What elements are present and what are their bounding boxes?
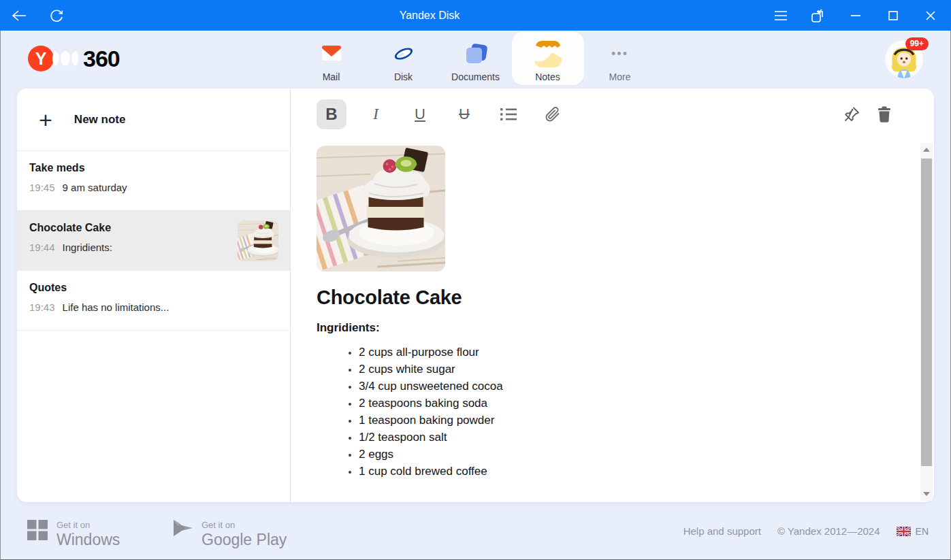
tab-notes[interactable]: Notes (512, 32, 584, 85)
get-on-google-play-link[interactable]: Get it on Google Play (172, 520, 287, 549)
note-subtitle: Ingridients: (317, 321, 934, 335)
plus-icon: + (39, 110, 52, 130)
scrollbar-thumb[interactable] (921, 159, 932, 466)
paperclip-icon (545, 106, 561, 122)
svg-text:Y: Y (35, 49, 47, 68)
google-play-label: Google Play (202, 531, 287, 549)
windows-icon (27, 520, 48, 540)
back-button[interactable] (4, 0, 34, 31)
menu-button[interactable] (762, 0, 799, 31)
main-panel: + New note Take meds 19:45 9 am saturday… (17, 88, 934, 502)
bullet-list-icon (500, 108, 517, 121)
note-title: Chocolate Cake (317, 286, 934, 309)
google-play-icon (172, 520, 193, 542)
copyright-text: © Yandex 2012—2024 (777, 525, 880, 537)
windows-label: Windows (57, 531, 120, 549)
close-button[interactable] (912, 0, 949, 31)
note-item-preview: Ingridients: (63, 242, 112, 253)
more-icon: ••• (605, 39, 635, 69)
notification-badge: 99+ (905, 37, 929, 50)
maximize-button[interactable] (874, 0, 912, 31)
note-thumbnail (238, 220, 278, 261)
tab-documents[interactable]: Documents (440, 32, 512, 85)
titlebar: Yandex Disk (0, 0, 951, 31)
mail-icon (317, 39, 346, 69)
language-label: EN (916, 526, 929, 537)
user-avatar[interactable]: 99+ (885, 40, 923, 78)
bold-button[interactable]: B (317, 99, 346, 129)
bullet-list-button[interactable] (494, 99, 523, 129)
tab-notes-label: Notes (535, 71, 560, 82)
tab-disk[interactable]: Disk (368, 32, 440, 85)
ingredient-item: 1 teaspoon baking powder (359, 412, 934, 429)
get-it-on-label: Get it on (202, 520, 287, 530)
note-item-time: 19:44 (29, 242, 55, 253)
note-item-time: 19:45 (29, 182, 55, 193)
notes-sidebar: + New note Take meds 19:45 9 am saturday… (17, 88, 291, 502)
logo-360-text: 360 (83, 46, 120, 72)
get-it-on-label: Get it on (57, 520, 120, 530)
editor-scrollbar[interactable] (920, 143, 933, 501)
note-list-item-quotes[interactable]: Quotes 19:43 Life has no limitations... (17, 271, 290, 331)
note-item-title: Quotes (29, 282, 278, 294)
service-tabs: Mail Disk Documents (295, 32, 656, 85)
app-header: Y 360 Mail (0, 31, 951, 88)
window-title: Yandex Disk (400, 10, 460, 22)
ingredient-item: 2 teaspoons baking soda (359, 395, 934, 412)
tab-more[interactable]: ••• More (584, 32, 656, 85)
minimize-button[interactable] (837, 0, 874, 31)
format-toolbar: B I U U (291, 88, 934, 139)
ingredient-list: 2 cups all-purpose flour 2 cups white su… (317, 344, 934, 480)
underline-button[interactable]: U (405, 99, 435, 129)
documents-icon (461, 39, 491, 69)
pin-icon (843, 105, 860, 123)
ingredient-item: 3/4 cup unsweetened cocoa (359, 378, 934, 395)
popup-window-button[interactable] (799, 0, 837, 31)
note-item-time: 19:43 (29, 301, 55, 313)
tab-mail-label: Mail (323, 71, 340, 82)
help-support-link[interactable]: Help and support (683, 525, 761, 537)
tab-documents-label: Documents (451, 71, 500, 82)
pin-note-button[interactable] (843, 105, 860, 123)
ingredient-item: 1/2 teaspoon salt (359, 429, 934, 446)
new-note-label: New note (74, 113, 126, 127)
ingredient-item: 2 cups white sugar (359, 361, 934, 378)
trash-icon (877, 106, 892, 122)
app-footer: Get it on Windows Get it on Google Play … (0, 502, 951, 560)
ingredient-item: 2 cups all-purpose flour (359, 344, 934, 361)
delete-note-button[interactable] (875, 105, 893, 123)
scroll-down-arrow[interactable] (920, 487, 933, 501)
note-list-item-take-meds[interactable]: Take meds 19:45 9 am saturday (17, 151, 290, 211)
language-selector[interactable]: EN (897, 526, 929, 537)
tab-mail[interactable]: Mail (295, 32, 368, 85)
new-note-button[interactable]: + New note (17, 88, 290, 151)
tab-disk-label: Disk (394, 71, 413, 82)
yandex-logo-icon: Y (27, 45, 54, 72)
360-logo-icon (52, 45, 79, 72)
strikethrough-button[interactable]: U (449, 99, 479, 129)
ingredient-item: 2 eggs (359, 446, 934, 463)
note-item-preview: 9 am saturday (63, 182, 127, 193)
disk-icon (389, 39, 419, 69)
note-editor: B I U U (291, 88, 934, 502)
cake-photo (317, 146, 445, 271)
note-item-preview: Life has no limitations... (63, 301, 170, 313)
get-on-windows-link[interactable]: Get it on Windows (27, 520, 120, 549)
notes-icon (533, 39, 563, 69)
y360-logo[interactable]: Y 360 (27, 45, 120, 72)
app-window: Yandex Disk Y (0, 0, 951, 560)
tab-more-label: More (609, 71, 631, 82)
scroll-up-arrow[interactable] (920, 143, 933, 157)
italic-button[interactable]: I (361, 99, 391, 129)
note-item-title: Take meds (29, 162, 278, 174)
attach-button[interactable] (538, 99, 568, 129)
refresh-button[interactable] (42, 0, 71, 31)
ingredient-item: 1 cup cold brewed coffee (359, 463, 934, 480)
note-list-item-chocolate-cake[interactable]: Chocolate Cake 19:44 Ingridients: (17, 211, 290, 271)
uk-flag-icon (897, 527, 911, 536)
note-content-area[interactable]: Chocolate Cake Ingridients: 2 cups all-p… (291, 139, 934, 480)
